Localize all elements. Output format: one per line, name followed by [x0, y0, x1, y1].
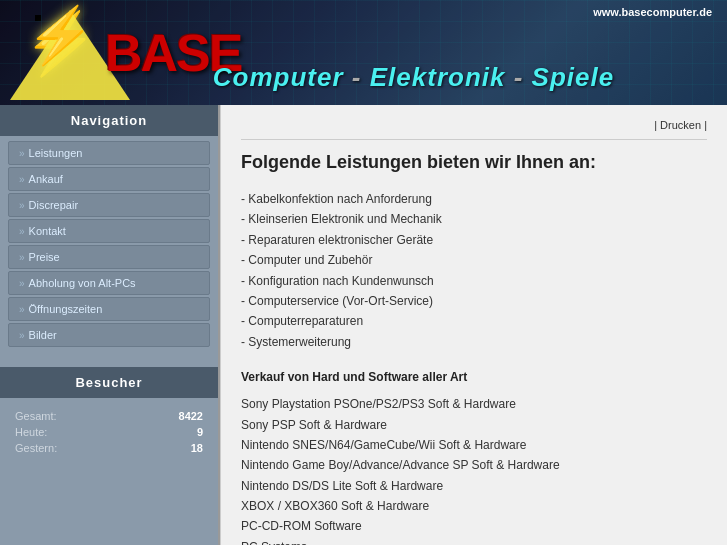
nav-arrow-icon: »	[19, 278, 25, 289]
nav-item-label: Discrepair	[29, 199, 79, 211]
service-item: - Kleinserien Elektronik und Mechanik	[241, 209, 707, 229]
tagline-part2: Elektronik	[370, 62, 506, 92]
nav-item-label: Ankauf	[29, 173, 63, 185]
product-item: Nintendo Game Boy/Advance/Advance SP Sof…	[241, 455, 707, 475]
bold-line: Verkauf von Hard und Software aller Art	[241, 370, 707, 384]
nav-arrow-icon: »	[19, 226, 25, 237]
product-item: PC-CD-ROM Software	[241, 516, 707, 536]
service-item: - Kabelkonfektion nach Anforderung	[241, 189, 707, 209]
nav-arrow-icon: »	[19, 252, 25, 263]
url-area: www.basecomputer.de	[593, 6, 712, 18]
stat-value: 8422	[179, 410, 203, 422]
logo-box: ⚡	[10, 10, 100, 95]
nav-item-label: Kontakt	[29, 225, 66, 237]
product-item: PC Systems	[241, 537, 707, 545]
product-item: Nintendo SNES/N64/GameCube/Wii Soft & Ha…	[241, 435, 707, 455]
stat-label: Gesamt:	[15, 410, 57, 422]
nav-item-label: Bilder	[29, 329, 57, 341]
nav-item-label: Preise	[29, 251, 60, 263]
website-url: www.basecomputer.de	[593, 6, 712, 18]
print-bar: | Drucken |	[241, 115, 707, 140]
sidebar-item-ankauf[interactable]: »Ankauf	[8, 167, 210, 191]
separator1: -	[352, 62, 370, 92]
nav-arrow-icon: »	[19, 200, 25, 211]
stat-value: 9	[197, 426, 203, 438]
content-area: | Drucken | Folgende Leistungen bieten w…	[220, 105, 727, 545]
main-wrapper: Navigation »Leistungen»Ankauf»Discrepair…	[0, 105, 727, 545]
print-button[interactable]: | Drucken |	[654, 119, 707, 131]
stat-value: 18	[191, 442, 203, 454]
tagline-part3: Spiele	[532, 62, 615, 92]
lightning-icon: ⚡	[35, 15, 41, 21]
service-item: - Computer und Zubehör	[241, 250, 707, 270]
sidebar-item-discrepair[interactable]: »Discrepair	[8, 193, 210, 217]
nav-arrow-icon: »	[19, 148, 25, 159]
visitor-header: Besucher	[0, 367, 218, 398]
nav-arrow-icon: »	[19, 174, 25, 185]
visitor-stats: Gesamt:8422Heute:9Gestern:18	[0, 403, 218, 466]
content-inner: | Drucken | Folgende Leistungen bieten w…	[220, 105, 727, 545]
product-item: Nintendo DS/DS Lite Soft & Hardware	[241, 476, 707, 496]
navigation-menu: »Leistungen»Ankauf»Discrepair»Kontakt»Pr…	[0, 141, 218, 347]
stat-row: Gestern:18	[15, 440, 203, 456]
nav-item-label: Öffnungszeiten	[29, 303, 103, 315]
visitor-section: Besucher Gesamt:8422Heute:9Gestern:18	[0, 367, 218, 466]
tagline-text: Computer - Elektronik - Spiele	[100, 62, 727, 93]
sidebar-item-preise[interactable]: »Preise	[8, 245, 210, 269]
service-item: - Konfiguration nach Kundenwunsch	[241, 271, 707, 291]
stat-label: Gestern:	[15, 442, 57, 454]
service-item: - Computerreparaturen	[241, 311, 707, 331]
product-item: XBOX / XBOX360 Soft & Hardware	[241, 496, 707, 516]
tagline-part1: Computer	[213, 62, 344, 92]
tagline-area: Computer - Elektronik - Spiele	[100, 62, 727, 93]
service-item: - Reparaturen elektronischer Geräte	[241, 230, 707, 250]
service-item: - Systemerweiterung	[241, 332, 707, 352]
separator2: -	[514, 62, 532, 92]
sidebar: Navigation »Leistungen»Ankauf»Discrepair…	[0, 105, 220, 545]
service-item: - Computerservice (Vor-Ort-Service)	[241, 291, 707, 311]
stat-label: Heute:	[15, 426, 47, 438]
products-list: Sony Playstation PSOne/PS2/PS3 Soft & Ha…	[241, 394, 707, 545]
services-list: - Kabelkonfektion nach Anforderung- Klei…	[241, 189, 707, 352]
sidebar-item-oeffnungszeiten[interactable]: »Öffnungszeiten	[8, 297, 210, 321]
stat-row: Heute:9	[15, 424, 203, 440]
sidebar-item-abholung[interactable]: »Abholung von Alt-PCs	[8, 271, 210, 295]
stat-row: Gesamt:8422	[15, 408, 203, 424]
header: ⚡ BASE Computer - Elektronik - Spiele ww…	[0, 0, 727, 105]
nav-item-label: Leistungen	[29, 147, 83, 159]
navigation-header: Navigation	[0, 105, 218, 136]
nav-arrow-icon: »	[19, 304, 25, 315]
product-item: Sony Playstation PSOne/PS2/PS3 Soft & Ha…	[241, 394, 707, 414]
sidebar-item-leistungen[interactable]: »Leistungen	[8, 141, 210, 165]
product-item: Sony PSP Soft & Hardware	[241, 415, 707, 435]
sidebar-item-bilder[interactable]: »Bilder	[8, 323, 210, 347]
nav-arrow-icon: »	[19, 330, 25, 341]
nav-item-label: Abholung von Alt-PCs	[29, 277, 136, 289]
sidebar-item-kontakt[interactable]: »Kontakt	[8, 219, 210, 243]
page-title: Folgende Leistungen bieten wir Ihnen an:	[241, 152, 707, 173]
